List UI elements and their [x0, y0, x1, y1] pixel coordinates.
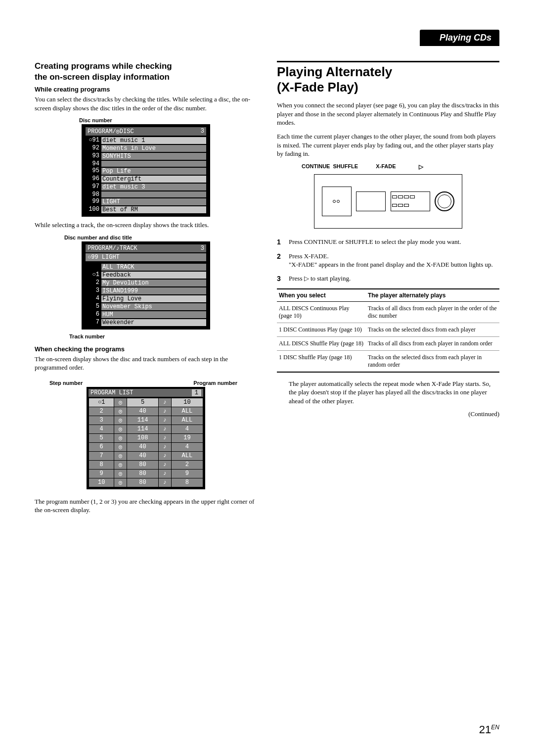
table-cell: 80 [127, 478, 158, 487]
table-row: 5◎108♪19 [89, 433, 203, 442]
table-row: 4◎114♪4 [89, 425, 203, 433]
disc-slot-icon [322, 187, 352, 216]
disc-list-box-2: PROGRAM/♪TRACK 3 ○99 LIGHT ALL TRACK○1Fe… [82, 241, 210, 330]
table-cell: ◎ [114, 407, 127, 416]
list-row: 94 [86, 160, 206, 167]
table-cell: Tracks on the selected discs from each p… [366, 350, 499, 372]
table-cell: ◎ [114, 478, 127, 487]
table-cell: Tracks of all discs from each player in … [366, 336, 499, 350]
label-continue: CONTINUE [302, 163, 330, 170]
row-number: 3 [86, 287, 101, 295]
row-title: diet music 3 [101, 184, 206, 190]
list-row: 92Moments in Love [86, 144, 206, 152]
row-number: 97 [86, 183, 101, 191]
row-title: ISLAND1999 [101, 287, 206, 294]
table-cell: ♪ [159, 398, 172, 407]
volume-knob-icon [435, 191, 454, 211]
list-row: 95Pop Life [86, 167, 206, 175]
table-cell: 80 [127, 460, 158, 469]
row-number: 94 [86, 160, 101, 167]
left-column: Creating programs while checking the on-… [35, 61, 257, 736]
table-cell: 4 [89, 425, 114, 433]
table-cell: 1 DISC Shuffle Play (page 18) [277, 350, 366, 372]
table-cell: ALL [171, 416, 203, 425]
progbox-header-left: PROGRAM LIST [90, 389, 133, 396]
table-cell: 19 [171, 433, 203, 442]
row-number: 99 [86, 198, 101, 206]
row-title: ALL TRACK [101, 264, 206, 271]
row-title [101, 191, 206, 197]
row-number: 4 [86, 295, 101, 303]
subhead-while-creating: While creating programs [35, 86, 257, 93]
discbox1-header-left: PROGRAM/◎DISC [88, 128, 134, 135]
step-2-num: 2 [277, 252, 284, 269]
table-cell: ♪ [159, 451, 172, 460]
continued-label: (Continued) [277, 410, 499, 418]
table-cell: ◎ [114, 469, 127, 478]
header-tab: Playing CDs [420, 30, 499, 46]
page-number: 21EN [479, 723, 499, 736]
row-title: SONYHITS [101, 153, 206, 160]
table-cell: ♪ [159, 433, 172, 442]
table-cell: 2 [171, 460, 203, 469]
list-row: 93SONYHITS [86, 152, 206, 160]
table-cell: 10 [171, 398, 203, 407]
table-cell: 2 [89, 407, 114, 416]
discbox1-header-right: 3 [201, 128, 204, 135]
row-number: 93 [86, 152, 101, 160]
table-row: ○1◎5♪10 [89, 398, 203, 407]
table-row: 1 DISC Shuffle Play (page 18)Tracks on t… [277, 350, 499, 372]
caption-disc-title: Disc number and disc title [64, 235, 257, 240]
list-row: 3ISLAND1999 [86, 287, 206, 295]
list-row: 99LIGHT [86, 198, 206, 206]
table-cell: ♪ [159, 416, 172, 425]
main-heading-line1: Playing Alternately [277, 64, 392, 79]
play-icon [419, 163, 423, 170]
table-cell: Tracks on the selected discs from each p… [366, 323, 499, 336]
list-row: 96Countergift [86, 175, 206, 183]
row-title: Moments in Love [101, 145, 206, 152]
discbox2-header-right: 3 [201, 245, 204, 252]
table-cell: 8 [89, 460, 114, 469]
para-right-1: When you connect the second player (see … [277, 101, 499, 127]
table-row: 6◎40♪4 [89, 442, 203, 451]
player-labels: CONTINUE SHUFFLE X-FADE [302, 163, 499, 170]
table-row: ALL DISCS Continuous Play (page 10)Track… [277, 301, 499, 323]
discbox2-top: ○99 LIGHT [86, 253, 206, 261]
label-xfade: X-FADE [376, 163, 396, 170]
row-number: 6 [86, 311, 101, 319]
table-cell: Tracks of all discs from each player in … [366, 301, 499, 323]
table-header-2: The player alternately plays [366, 289, 499, 302]
para-last: The player automatically selects the rep… [289, 379, 499, 406]
table-cell: ALL [171, 451, 203, 460]
disc-list-box-1: PROGRAM/◎DISC 3 ○91diet music 192Moments… [82, 124, 210, 217]
para-bottom-left: The program number (1, 2 or 3) you are c… [35, 497, 257, 515]
table-row: 3◎114♪ALL [89, 416, 203, 425]
table-cell: 80 [127, 469, 158, 478]
row-number [86, 263, 101, 271]
table-cell: ◎ [114, 451, 127, 460]
label-shuffle: SHUFFLE [333, 163, 358, 170]
table-cell: ♪ [159, 460, 172, 469]
row-number: ○91 [86, 137, 101, 144]
table-cell: ♪ [159, 425, 172, 433]
row-number: 98 [86, 191, 101, 198]
table-cell: 108 [127, 433, 158, 442]
table-row: 8◎80♪2 [89, 460, 203, 469]
row-number: ○1 [86, 271, 101, 279]
row-title: Feedback [101, 272, 206, 279]
table-cell: ♪ [159, 407, 172, 416]
main-heading: Playing Alternately (X-Fade Play) [277, 61, 499, 95]
progbox-header-right: 1 [192, 389, 201, 396]
table-cell: 6 [89, 442, 114, 451]
step-2: 2 Press X-FADE. "X-FADE" appears in the … [277, 252, 499, 269]
table-row: 10◎80♪8 [89, 478, 203, 487]
list-row: 4Flying Love [86, 295, 206, 303]
row-title: Pop Life [101, 168, 206, 175]
step-3-text: Press ▷ to start playing. [289, 274, 499, 284]
play-modes-table: When you select The player alternately p… [277, 288, 499, 373]
step-1-text: Press CONTINUE or SHUFFLE to select the … [289, 237, 499, 247]
table-cell: ◎ [114, 442, 127, 451]
list-row: 7Weekender [86, 319, 206, 327]
row-title: diet music 1 [101, 137, 206, 144]
